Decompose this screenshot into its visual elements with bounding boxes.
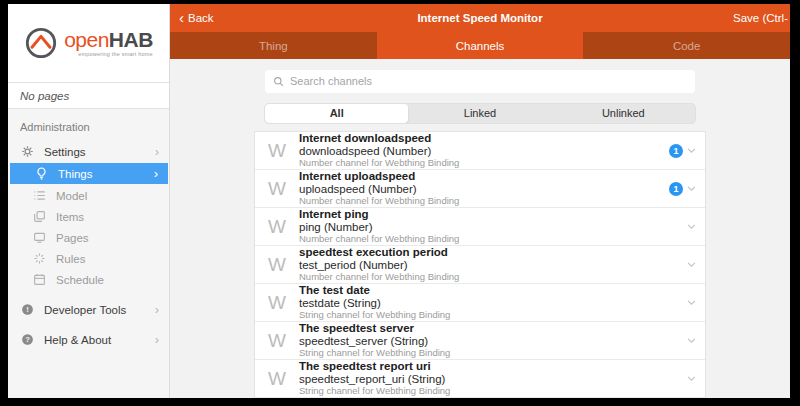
navbar: ‹ Back Internet Speed Monitor Save (Ctrl… (170, 4, 790, 32)
sidebar-item-label: Settings (44, 146, 155, 158)
brand-text: openHAB (64, 29, 153, 50)
openhab-window: openHAB empowering the smart home No pag… (8, 4, 790, 398)
binding-letter-icon: W (255, 140, 299, 162)
channel-title: speedtest execution period (299, 246, 686, 259)
search-icon (273, 76, 284, 87)
sidebar-item-label: Schedule (56, 274, 159, 286)
filter-label: Unlinked (602, 107, 645, 119)
filter-label: All (330, 107, 344, 119)
sidebar-item-help-about[interactable]: ? Help & About › (8, 329, 169, 350)
sidebar-item-label: Pages (56, 232, 159, 244)
svg-text:!: ! (26, 305, 29, 314)
sidebar: openHAB empowering the smart home No pag… (8, 4, 170, 398)
items-icon (32, 209, 47, 224)
chevron-right-icon: › (155, 303, 159, 316)
back-button[interactable]: ‹ Back (170, 12, 214, 25)
channel-row[interactable]: W Internet ping ping (Number) Number cha… (255, 208, 705, 246)
sidebar-item-settings[interactable]: Settings › (8, 141, 169, 162)
chevron-down-icon[interactable] (686, 335, 697, 346)
channel-title: Internet ping (299, 208, 686, 221)
help-icon: ? (20, 332, 35, 347)
channel-description: Number channel for Webthing Binding (299, 158, 669, 169)
admin-section-label: Administration (8, 117, 169, 141)
search-input[interactable] (290, 75, 687, 87)
tab-thing[interactable]: Thing (170, 32, 377, 59)
binding-letter-icon: W (255, 292, 299, 314)
binding-letter-icon: W (255, 330, 299, 352)
filter-all[interactable]: All (265, 104, 408, 123)
channel-row[interactable]: W The test date testdate (String) String… (255, 284, 705, 322)
channel-description: String channel for Webthing Binding (299, 348, 686, 359)
binding-letter-icon: W (255, 178, 299, 200)
main-panel: ‹ Back Internet Speed Monitor Save (Ctrl… (170, 4, 790, 398)
channel-description: Number channel for Webthing Binding (299, 196, 669, 207)
chevron-down-icon[interactable] (686, 183, 697, 194)
save-button[interactable]: Save (Ctrl- (733, 12, 790, 24)
binding-letter-icon: W (255, 254, 299, 276)
channel-title: Internet downloadspeed (299, 132, 669, 145)
sidebar-item-things[interactable]: Things › (10, 163, 168, 184)
channel-list: W Internet downloadspeed downloadspeed (… (254, 131, 706, 398)
channel-description: Number channel for Webthing Binding (299, 272, 686, 283)
sidebar-item-rules[interactable]: Rules (8, 248, 169, 269)
binding-letter-icon: W (255, 216, 299, 238)
channel-row[interactable]: W Internet downloadspeed downloadspeed (… (255, 132, 705, 170)
channel-description: String channel for Webthing Binding (299, 386, 686, 397)
tab-label: Code (673, 40, 701, 52)
chevron-down-icon[interactable] (686, 373, 697, 384)
schedule-icon (32, 272, 47, 287)
linked-count-badge: 1 (669, 182, 683, 196)
tab-channels[interactable]: Channels (377, 32, 584, 59)
openhab-logo: openHAB empowering the smart home (8, 4, 169, 82)
sidebar-item-label: Things (58, 168, 154, 180)
svg-text:?: ? (25, 335, 30, 344)
chevron-right-icon: › (155, 145, 159, 158)
page-title: Internet Speed Monitor (170, 12, 790, 24)
chevron-right-icon: › (155, 333, 159, 346)
channel-title: Internet uploadspeed (299, 170, 669, 183)
chevron-down-icon[interactable] (686, 145, 697, 156)
tab-code[interactable]: Code (583, 32, 790, 59)
sidebar-item-items[interactable]: Items (8, 206, 169, 227)
binding-letter-icon: W (255, 368, 299, 390)
rules-icon (32, 251, 47, 266)
sidebar-item-label: Developer Tools (44, 304, 155, 316)
developer-tools-icon: ! (20, 302, 35, 317)
channel-title: The speedtest server (299, 322, 686, 335)
pages-icon (32, 230, 47, 245)
channel-row[interactable]: W The speedtest report uri speedtest_rep… (255, 360, 705, 398)
no-pages-label: No pages (8, 82, 169, 109)
chevron-down-icon[interactable] (686, 259, 697, 270)
channels-content: All Linked Unlinked W Internet downloads… (170, 59, 790, 398)
brand-tagline: empowering the smart home (78, 51, 153, 57)
lightbulb-icon (34, 166, 49, 181)
filter-label: Linked (464, 107, 496, 119)
channel-row[interactable]: W speedtest execution period test_period… (255, 246, 705, 284)
tab-label: Channels (456, 40, 505, 52)
tab-label: Thing (259, 40, 288, 52)
channel-row[interactable]: W The speedtest server speedtest_server … (255, 322, 705, 360)
sidebar-item-label: Help & About (44, 334, 155, 346)
filter-unlinked[interactable]: Unlinked (552, 104, 695, 123)
sidebar-item-label: Items (56, 211, 159, 223)
search-bar[interactable] (265, 70, 695, 93)
chevron-down-icon[interactable] (686, 221, 697, 232)
sidebar-item-developer-tools[interactable]: ! Developer Tools › (8, 299, 169, 320)
filter-linked[interactable]: Linked (408, 104, 551, 123)
channel-row[interactable]: W Internet uploadspeed uploadspeed (Numb… (255, 170, 705, 208)
sidebar-item-pages[interactable]: Pages (8, 227, 169, 248)
channel-title: The speedtest report uri (299, 360, 686, 373)
back-chevron-icon: ‹ (179, 10, 184, 25)
sidebar-item-label: Model (56, 190, 159, 202)
linked-count-badge: 1 (669, 144, 683, 158)
channel-title: The test date (299, 284, 686, 297)
channel-description: Number channel for Webthing Binding (299, 234, 686, 245)
sidebar-nav: Administration Settings › Things › Model (8, 109, 169, 350)
sidebar-item-schedule[interactable]: Schedule (8, 269, 169, 290)
chevron-right-icon: › (154, 167, 158, 180)
tabbar: Thing Channels Code (170, 32, 790, 59)
gear-icon (20, 144, 35, 159)
chevron-down-icon[interactable] (686, 297, 697, 308)
sidebar-item-label: Rules (56, 253, 159, 265)
sidebar-item-model[interactable]: Model (8, 185, 169, 206)
